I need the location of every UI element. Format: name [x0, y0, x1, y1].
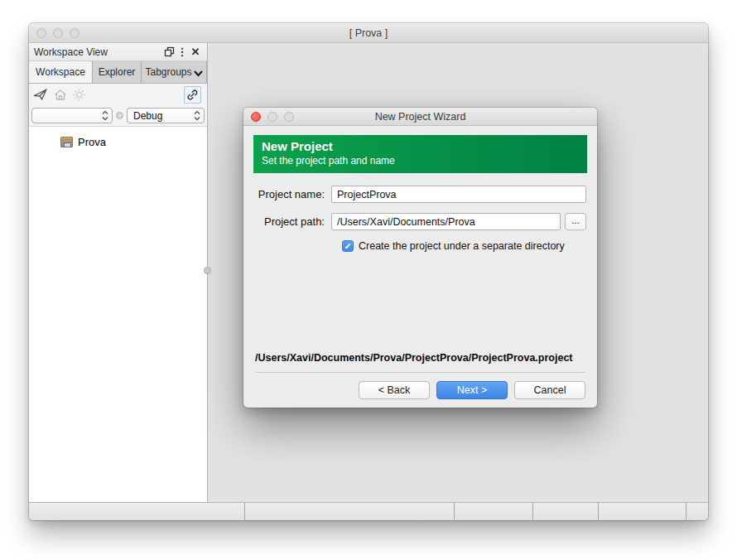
back-button[interactable]: < Back — [359, 381, 430, 399]
status-cell — [245, 503, 455, 520]
tab-workspace[interactable]: Workspace — [29, 61, 93, 83]
project-icon — [60, 137, 73, 147]
project-name-label: Project name: — [255, 188, 331, 200]
build-mode-value: Debug — [133, 110, 194, 122]
project-path-label: Project path: — [255, 215, 331, 228]
send-paper-plane-icon[interactable] — [33, 88, 48, 101]
new-project-wizard-dialog: New Project Wizard New Project Set the p… — [243, 108, 597, 408]
status-led — [116, 112, 123, 119]
panel-toolbar — [29, 84, 207, 105]
panel-header: Workspace View ⋮ ✕ — [29, 43, 207, 61]
dialog-spacer — [243, 252, 597, 352]
link-toggle-button[interactable] — [184, 86, 201, 104]
splitter-handle[interactable] — [204, 267, 211, 274]
tab-explorer[interactable]: Explorer — [93, 61, 142, 83]
dialog-button-row: < Back Next > Cancel — [255, 381, 585, 399]
workspace-tree: Prova — [29, 126, 207, 502]
stepper-icon — [102, 110, 108, 121]
dialog-titlebar[interactable]: New Project Wizard — [243, 108, 597, 126]
float-panel-icon[interactable] — [162, 46, 176, 59]
workspace-panel: Workspace View ⋮ ✕ Workspace Explorer Ta… — [29, 43, 208, 502]
status-cell — [455, 503, 533, 520]
separate-directory-row: ✓ Create the project under a separate di… — [342, 240, 586, 252]
window-title: [ Prova ] — [29, 27, 708, 39]
status-cell — [599, 503, 686, 520]
project-path-input[interactable] — [331, 213, 561, 230]
next-button[interactable]: Next > — [436, 381, 508, 399]
wizard-banner: New Project Set the project path and nam… — [253, 135, 587, 173]
chevron-down-icon — [194, 68, 203, 80]
status-cell — [29, 503, 245, 520]
tab-tabgroups-label: Tabgroups — [145, 66, 191, 78]
main-titlebar[interactable]: [ Prova ] — [29, 23, 708, 43]
status-cell — [686, 503, 708, 520]
banner-subtitle: Set the project path and name — [262, 155, 579, 167]
gear-icon[interactable] — [73, 89, 85, 101]
separate-directory-checkbox[interactable]: ✓ — [342, 240, 354, 252]
combo-row: Debug — [29, 105, 207, 126]
tree-item-label: Prova — [78, 136, 106, 148]
project-name-row: Project name: — [255, 186, 586, 203]
project-name-input[interactable] — [331, 186, 586, 203]
tab-tabgroups[interactable]: Tabgroups — [142, 61, 207, 83]
cancel-button[interactable]: Cancel — [514, 381, 585, 399]
panel-tab-bar: Workspace Explorer Tabgroups — [29, 61, 207, 84]
status-bar — [29, 502, 708, 520]
build-mode-combobox[interactable]: Debug — [127, 108, 205, 123]
separate-directory-label: Create the project under a separate dire… — [359, 240, 565, 252]
home-icon[interactable] — [54, 89, 67, 101]
panel-title: Workspace View — [34, 46, 162, 58]
status-cell — [533, 503, 599, 520]
close-panel-icon[interactable]: ✕ — [189, 46, 202, 59]
project-path-row: Project path: ... — [255, 213, 586, 230]
panel-menu-icon[interactable]: ⋮ — [176, 46, 189, 59]
stepper-icon — [194, 110, 200, 121]
banner-title: New Project — [262, 139, 579, 155]
dialog-title: New Project Wizard — [243, 111, 597, 123]
config-combobox[interactable] — [31, 108, 113, 123]
dialog-divider — [255, 372, 585, 373]
tree-item-prova[interactable]: Prova — [29, 133, 207, 150]
browse-button[interactable]: ... — [565, 213, 586, 230]
project-file-preview-path: /Users/Xavi/Documents/Prova/ProjectProva… — [255, 352, 585, 364]
